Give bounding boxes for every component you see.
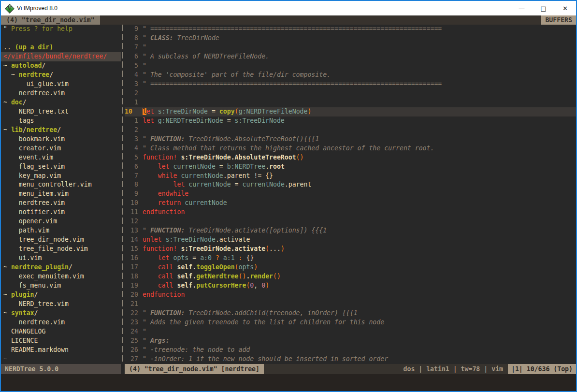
code-line[interactable]: 25" Args: [125,336,576,346]
code-line[interactable]: 14unlet s:TreeDirNode.activate [125,235,576,245]
minimize-button[interactable]: — [511,1,533,15]
tree-item[interactable]: ui.vim [1,254,121,263]
syntax-segment: " Adds the given treenode to the list of… [143,319,384,326]
code-line[interactable]: 4" Class method that returns the highest… [125,144,576,153]
code-line[interactable]: 13" FUNCTION: TreeDirNode.activate([opti… [125,226,576,235]
code-line[interactable]: 17 call self.toggleOpen(opts) [125,263,576,272]
tree-item[interactable]: LICENCE [1,336,121,346]
syntax-segment: FUNCTION: [150,135,185,143]
syntax-segment [219,254,223,261]
tree-item[interactable]: event.vim [1,153,121,162]
tree-item[interactable]: .. (up a dir) [1,43,121,52]
tree-item[interactable]: bookmark.vim [1,135,121,144]
command-line[interactable] [1,374,576,391]
tree-item[interactable]: ~ [1,355,121,364]
tree-item[interactable]: exec_menuitem.vim [1,272,121,281]
code-line[interactable]: 8 let currentNode = currentNode.parent [125,180,576,189]
code-line[interactable]: 18 call self.getNerdtree().render() [125,272,576,281]
tree-item[interactable]: fs_menu.vim [1,281,121,290]
tree-item[interactable]: flag_set.vim [1,162,121,172]
tree-item[interactable] [1,34,121,43]
tree-item[interactable]: opener.vim [1,217,121,226]
tree-item[interactable]: menu_controller.vim [1,180,121,189]
tree-item[interactable]: CHANGELOG [1,327,121,336]
code-text: " Args: [143,336,170,346]
tree-item[interactable]: nerdtree.vim [1,89,121,98]
tree-item[interactable]: creator.vim [1,144,121,153]
code-text: " FUNCTION: TreeDirNode.AbsoluteTreeRoot… [143,135,319,144]
code-line[interactable]: 3" FUNCTION: TreeDirNode.AbsoluteTreeRoo… [125,135,576,144]
code-line[interactable]: 12 [125,217,576,226]
syntax-segment: render [250,273,273,280]
tree-item[interactable]: tree_file_node.vim [1,245,121,254]
code-line[interactable]: 16 let opts = a:0 ? a:1 : {} [125,254,576,263]
code-line[interactable]: 24" [125,327,576,336]
tree-item[interactable]: key_map.vim [1,172,121,181]
code-line[interactable]: 9 endwhile [125,189,576,199]
code-line[interactable]: 21 [125,300,576,309]
code-text: " ======================================… [143,80,442,89]
tree-root-item[interactable]: </vimfiles/bundle/nerdtree/ [1,52,121,61]
tree-item[interactable]: tree_dir_node.vim [1,235,121,245]
tree-item[interactable]: NERD_tree.txt [1,107,121,116]
tree-item[interactable]: ~ autoload/ [1,61,121,71]
code-line[interactable]: 6 let currentNode = b:NERDTree.root [125,162,576,172]
code-text: " [143,61,146,71]
code-line[interactable]: 1 [125,98,576,107]
tree-item[interactable]: ~ nerdtree/ [1,71,121,80]
code-line[interactable]: 5function! s:TreeDirNode.AbsoluteTreeRoo… [125,153,576,162]
tab-tree-dir-node[interactable]: (4) "tree_dir_node.vim" [1,15,100,25]
code-line[interactable]: 9" =====================================… [125,25,576,34]
tree-item[interactable]: ~ nerdtree_plugin/ [1,263,121,272]
code-line[interactable]: 3" =====================================… [125,80,576,89]
syntax-segment: a:0 [200,254,212,261]
code-line[interactable]: 2 [125,126,576,135]
code-line[interactable]: 1let g:NERDTreeDirNode = s:TreeDirNode [125,116,576,126]
code-line[interactable]: 23" Adds the given treenode to the list … [125,318,576,327]
maximize-button[interactable]: □ [533,1,554,15]
code-line[interactable]: 10 return currentNode [125,199,576,208]
tree-item[interactable]: menu_item.vim [1,189,121,199]
tree-item[interactable]: nerdtree.vim [1,199,121,208]
tree-item[interactable]: ~ doc/ [1,98,121,107]
code-line[interactable]: 5" [125,61,576,71]
tree-item[interactable]: tags [1,116,121,126]
tree-item[interactable]: nerdtree.vim [1,318,121,327]
tree-item[interactable]: ~ syntax/ [1,309,121,318]
tree-item[interactable]: path.vim [1,226,121,235]
syntax-segment: while [158,172,177,179]
code-line[interactable]: 19 call self.putCursorHere(0, 0) [125,281,576,290]
code-line[interactable]: 27" -inOrder: 1 if the new node should b… [125,355,576,364]
tree-item[interactable]: " Press ? for help [1,25,121,34]
tree-item[interactable]: ~ plugin/ [1,290,121,300]
window-separator[interactable] [121,25,125,364]
tree-item[interactable]: NERD_tree.vim [1,300,121,309]
code-line[interactable]: 8" CLASS: TreeDirNode [125,34,576,43]
code-line[interactable]: 22" FUNCTION: TreeDirNode.addChild(treen… [125,309,576,318]
code-line[interactable]: 4" The 'composite' part of the file/dir … [125,71,576,80]
code-text: let s:TreeDirNode = copy(g:NERDTreeFileN… [143,107,311,116]
code-text: " FUNCTION: TreeDirNode.activate([option… [143,226,327,235]
syntax-segment: return [158,199,181,206]
code-line-current[interactable]: 10let s:TreeDirNode = copy(g:NERDTreeFil… [125,107,576,116]
code-line[interactable]: 11endfunction [125,208,576,217]
code-line[interactable]: 20endfunction [125,290,576,300]
code-line[interactable]: 26" -treenode: the node to add [125,346,576,355]
tree-item[interactable]: README.markdown [1,346,121,355]
code-line[interactable]: 6" A subclass of NERDTreeFileNode. [125,52,576,61]
code-line[interactable]: 2 [125,89,576,98]
line-number: 1 [125,116,138,126]
tree-item[interactable]: ~ lib/nerdtree/ [1,126,121,135]
code-line[interactable]: 15function! s:TreeDirNode.activate(...) [125,245,576,254]
syntax-segment: NERD_tree.vim [3,300,69,307]
statusline-position: |1| 10/636 (Top) [508,364,576,374]
close-button[interactable]: ✕ [554,1,576,15]
vim-window: V Vi IMproved 8.0 — □ ✕ (4) "tree_dir_no… [0,0,577,392]
tree-item[interactable]: ui_glue.vim [1,80,121,89]
syntax-segment: nerdtree [19,71,50,78]
code-line[interactable]: 7 while currentNode.parent != {} [125,172,576,181]
line-number: 25 [125,336,138,346]
tree-item[interactable]: notifier.vim [1,208,121,217]
syntax-segment: FUNCTION: [150,309,185,317]
code-line[interactable]: 7" [125,43,576,52]
